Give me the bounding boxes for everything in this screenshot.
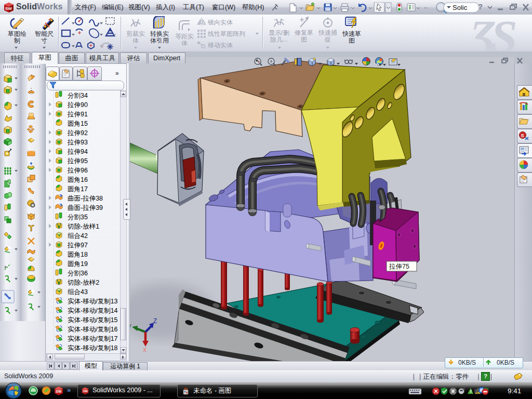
svg-text:SW: SW <box>83 390 88 393</box>
svg-text:拉伸75: 拉伸75 <box>389 263 409 270</box>
svg-text:⋅⋅: ⋅⋅ <box>424 5 428 11</box>
svg-text:Z: Z <box>153 318 157 325</box>
svg-text:0KB/S: 0KB/S <box>497 359 514 366</box>
svg-text:S: S <box>521 133 524 138</box>
svg-text:SW: SW <box>5 6 12 11</box>
svg-text:SW: SW <box>56 390 62 393</box>
svg-text:»: » <box>67 386 71 394</box>
svg-text:0KB/S: 0KB/S <box>458 359 476 366</box>
svg-text:X: X <box>143 347 147 354</box>
svg-text:Solic: Solic <box>453 4 468 11</box>
